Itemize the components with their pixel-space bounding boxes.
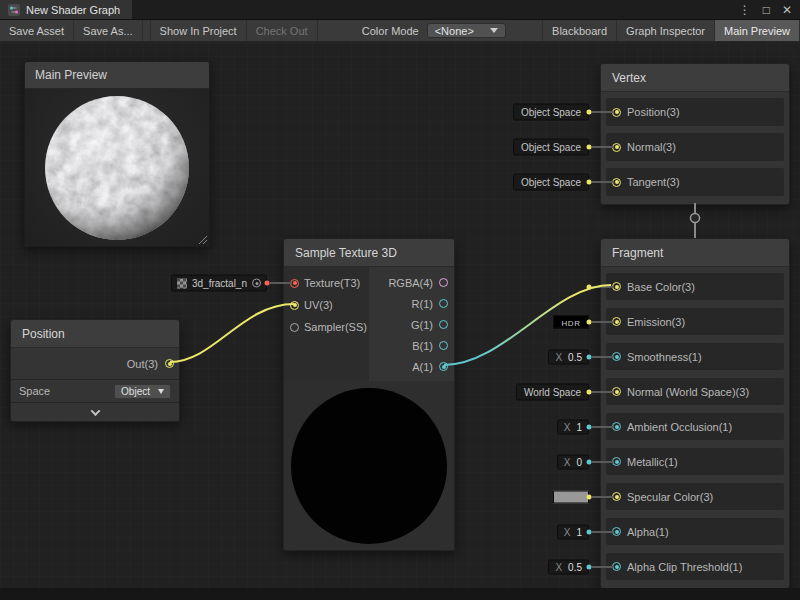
maximize-icon[interactable]: □: [763, 4, 770, 16]
fragment-node[interactable]: Fragment Base Color(3) HDR Emission(3) X…: [600, 238, 790, 589]
output-row-a: A(1): [369, 356, 454, 377]
color-mode-value: <None>: [435, 25, 474, 37]
port-uv-input[interactable]: [290, 301, 299, 310]
blackboard-toggle[interactable]: Blackboard: [542, 20, 617, 41]
connector-line: [592, 531, 614, 533]
connector-line: [592, 426, 614, 428]
color-mode-dropdown[interactable]: <None>: [427, 23, 506, 38]
connector-dot: [587, 110, 592, 115]
toolbar: Save Asset Save As... Show In Project Ch…: [0, 20, 800, 42]
connector-line: [592, 181, 614, 183]
input-row-sampler: Sampler(SS): [284, 316, 369, 338]
graph-inspector-toggle[interactable]: Graph Inspector: [617, 20, 715, 41]
port-rgba-output[interactable]: [439, 278, 448, 287]
vertex-position-label: Position(3): [627, 106, 680, 118]
document-tab[interactable]: New Shader Graph: [0, 0, 132, 19]
connector-dot: [587, 494, 592, 499]
port-a-output[interactable]: [439, 362, 448, 371]
port-b-output[interactable]: [439, 341, 448, 350]
preview-sphere-black: [291, 388, 447, 544]
connector-dot: [265, 281, 270, 286]
main-preview-toggle[interactable]: Main Preview: [715, 20, 800, 41]
fragment-row-smoothness: X0.5 Smoothness(1): [606, 343, 784, 370]
normal-ws-label: Normal (World Space)(3): [627, 386, 749, 398]
main-preview-panel[interactable]: Main Preview: [24, 61, 210, 247]
save-as-button[interactable]: Save As...: [74, 20, 143, 41]
shader-graph-window: New Shader Graph ⋮ □ ✕ Save Asset Save A…: [0, 0, 800, 600]
object-picker-icon[interactable]: [252, 279, 261, 288]
tangent-space-dropdown[interactable]: Object Space: [513, 174, 589, 191]
r-output-label: R(1): [412, 298, 433, 310]
port-position-out[interactable]: [165, 359, 174, 368]
normal-space-dropdown[interactable]: Object Space: [513, 139, 589, 156]
port-r-output[interactable]: [439, 299, 448, 308]
space-dropdown[interactable]: Object: [114, 384, 171, 399]
connector-line: [592, 321, 614, 323]
resize-handle-icon[interactable]: [197, 234, 207, 244]
a-output-label: A(1): [412, 361, 433, 373]
vertex-node-title: Vertex: [601, 64, 789, 92]
output-row-g: G(1): [369, 314, 454, 335]
show-in-project-button[interactable]: Show In Project: [150, 20, 247, 41]
input-row-uv: UV(3): [284, 294, 369, 316]
vertex-tangent-label: Tangent(3): [627, 176, 680, 188]
output-row-b: B(1): [369, 335, 454, 356]
smoothness-label: Smoothness(1): [627, 351, 702, 363]
connector-line: [592, 356, 614, 358]
g-output-label: G(1): [411, 319, 433, 331]
port-g-output[interactable]: [439, 320, 448, 329]
texture-asset-field[interactable]: 3d_fractal_n: [171, 275, 267, 292]
specular-color-label: Specular Color(3): [627, 491, 713, 503]
position-node[interactable]: Position Out(3) Space Object: [10, 319, 180, 422]
kebab-menu-icon[interactable]: ⋮: [739, 4, 751, 16]
output-row-rgba: RGBA(4): [369, 272, 454, 293]
normal-space-badge[interactable]: World Space: [516, 383, 589, 400]
space-label: Space: [19, 385, 50, 397]
collapse-chevron-icon: [90, 406, 100, 416]
dropdown-arrow-icon: [158, 389, 164, 394]
texture-asset-name: 3d_fractal_n: [192, 278, 247, 289]
check-out-button[interactable]: Check Out: [247, 20, 318, 41]
specular-color-swatch[interactable]: [553, 490, 589, 503]
smoothness-float-field[interactable]: X0.5: [548, 349, 589, 364]
connector-line: [592, 461, 614, 463]
edge-position-to-uv[interactable]: [170, 304, 294, 362]
metallic-float-field[interactable]: X0: [557, 454, 589, 469]
connector-line: [270, 282, 292, 284]
shader-graph-icon: [8, 4, 20, 16]
main-preview-body: [25, 89, 209, 246]
position-space-row: Space Object: [11, 379, 179, 402]
connector-dot: [587, 145, 592, 150]
sample-texture-3d-node[interactable]: Sample Texture 3D 3d_fractal_n Texture(T…: [283, 238, 455, 551]
connector-dot: [587, 319, 592, 324]
main-preview-header[interactable]: Main Preview: [25, 62, 209, 89]
position-out-row: Out(3): [11, 348, 179, 379]
graph-canvas[interactable]: Main Preview: [0, 43, 800, 600]
emission-hdr-swatch[interactable]: HDR: [553, 315, 589, 328]
vertex-row-tangent: Object Space Tangent(3): [606, 168, 784, 196]
dropdown-arrow-icon: [490, 28, 498, 33]
color-mode-label: Color Mode: [354, 20, 427, 41]
fragment-row-metallic: X0 Metallic(1): [606, 448, 784, 475]
fragment-row-specular-color: Specular Color(3): [606, 483, 784, 510]
connector-line: [592, 496, 614, 498]
fragment-row-emission: HDR Emission(3): [606, 308, 784, 335]
connector-dot: [587, 424, 592, 429]
b-output-label: B(1): [412, 340, 433, 352]
ao-float-field[interactable]: X1: [557, 419, 589, 434]
position-collapse-row[interactable]: [11, 402, 179, 421]
vertex-row-position: Object Space Position(3): [606, 98, 784, 126]
position-space-dropdown[interactable]: Object Space: [513, 104, 589, 121]
close-icon[interactable]: ✕: [782, 4, 792, 16]
save-asset-button[interactable]: Save Asset: [0, 20, 74, 41]
preview-sphere: [44, 95, 190, 241]
vertex-node[interactable]: Vertex Object Space Position(3) Object S…: [600, 63, 790, 205]
sample-node-title: Sample Texture 3D: [284, 239, 454, 267]
connector-dot: [587, 459, 592, 464]
position-node-title: Position: [11, 320, 179, 348]
vertex-fragment-connector-knob[interactable]: [691, 214, 700, 223]
alpha-clip-float-field[interactable]: X0.5: [548, 559, 589, 574]
port-sampler-input[interactable]: [290, 323, 299, 332]
connector-dot: [587, 389, 592, 394]
alpha-float-field[interactable]: X1: [557, 524, 589, 539]
